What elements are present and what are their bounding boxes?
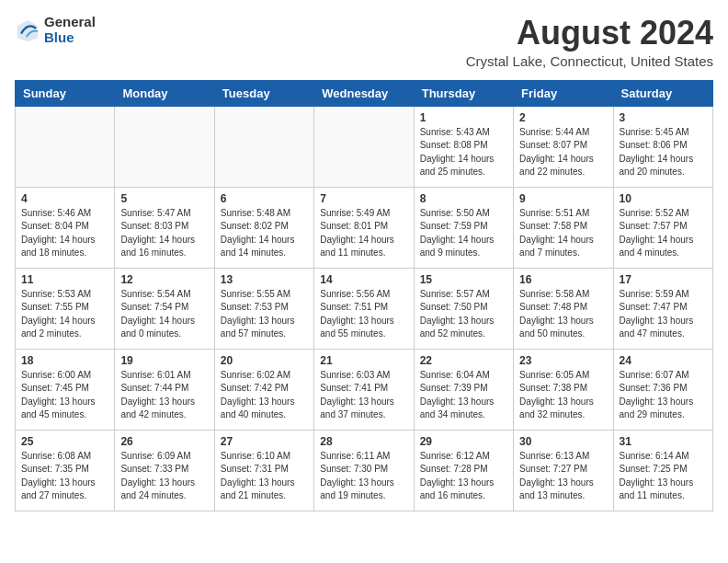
day-info: Sunrise: 6:13 AM Sunset: 7:27 PM Dayligh… <box>519 450 607 503</box>
calendar-cell: 25Sunrise: 6:08 AM Sunset: 7:35 PM Dayli… <box>16 430 115 511</box>
day-info: Sunrise: 5:45 AM Sunset: 8:06 PM Dayligh… <box>620 126 707 179</box>
calendar-cell: 4Sunrise: 5:46 AM Sunset: 8:04 PM Daylig… <box>16 187 115 268</box>
day-number: 11 <box>21 273 108 286</box>
calendar-cell: 13Sunrise: 5:55 AM Sunset: 7:53 PM Dayli… <box>214 268 313 349</box>
calendar-cell: 11Sunrise: 5:53 AM Sunset: 7:55 PM Dayli… <box>16 268 115 349</box>
day-number: 19 <box>120 354 208 367</box>
day-info: Sunrise: 6:10 AM Sunset: 7:31 PM Dayligh… <box>221 450 308 503</box>
day-info: Sunrise: 6:12 AM Sunset: 7:28 PM Dayligh… <box>420 450 507 503</box>
calendar-cell: 19Sunrise: 6:01 AM Sunset: 7:44 PM Dayli… <box>115 349 214 430</box>
calendar-cell: 16Sunrise: 5:58 AM Sunset: 7:48 PM Dayli… <box>514 268 613 349</box>
calendar-cell <box>115 106 214 187</box>
day-number: 6 <box>221 192 308 205</box>
day-number: 25 <box>21 435 108 448</box>
calendar-week-5: 25Sunrise: 6:08 AM Sunset: 7:35 PM Dayli… <box>16 430 713 511</box>
day-info: Sunrise: 5:43 AM Sunset: 8:08 PM Dayligh… <box>420 126 507 179</box>
calendar-cell: 14Sunrise: 5:56 AM Sunset: 7:51 PM Dayli… <box>314 268 414 349</box>
calendar-header-tuesday: Tuesday <box>214 80 313 106</box>
day-info: Sunrise: 6:03 AM Sunset: 7:41 PM Dayligh… <box>320 369 407 422</box>
day-info: Sunrise: 5:54 AM Sunset: 7:54 PM Dayligh… <box>120 288 208 341</box>
day-info: Sunrise: 5:53 AM Sunset: 7:55 PM Dayligh… <box>21 288 108 341</box>
calendar-header-saturday: Saturday <box>613 80 712 106</box>
calendar-cell: 17Sunrise: 5:59 AM Sunset: 7:47 PM Dayli… <box>613 268 712 349</box>
calendar-header-friday: Friday <box>514 80 613 106</box>
calendar-cell <box>214 106 313 187</box>
day-number: 9 <box>519 192 607 205</box>
day-number: 7 <box>320 192 407 205</box>
calendar-cell: 7Sunrise: 5:49 AM Sunset: 8:01 PM Daylig… <box>314 187 414 268</box>
calendar-cell: 2Sunrise: 5:44 AM Sunset: 8:07 PM Daylig… <box>514 106 613 187</box>
day-info: Sunrise: 5:52 AM Sunset: 7:57 PM Dayligh… <box>620 207 707 260</box>
day-info: Sunrise: 6:11 AM Sunset: 7:30 PM Dayligh… <box>320 450 407 503</box>
page-header: General Blue August 2024 Crystal Lake, C… <box>15 15 713 69</box>
day-number: 8 <box>420 192 507 205</box>
day-number: 23 <box>519 354 607 367</box>
day-info: Sunrise: 5:47 AM Sunset: 8:03 PM Dayligh… <box>120 207 208 260</box>
day-number: 24 <box>620 354 707 367</box>
calendar-cell: 6Sunrise: 5:48 AM Sunset: 8:02 PM Daylig… <box>214 187 313 268</box>
calendar-cell: 10Sunrise: 5:52 AM Sunset: 7:57 PM Dayli… <box>613 187 712 268</box>
calendar-header-wednesday: Wednesday <box>314 80 414 106</box>
calendar-cell <box>16 106 115 187</box>
calendar-cell: 8Sunrise: 5:50 AM Sunset: 7:59 PM Daylig… <box>414 187 513 268</box>
calendar-header-monday: Monday <box>115 80 214 106</box>
day-info: Sunrise: 5:58 AM Sunset: 7:48 PM Dayligh… <box>519 288 607 341</box>
day-info: Sunrise: 6:04 AM Sunset: 7:39 PM Dayligh… <box>420 369 507 422</box>
main-title: August 2024 <box>466 15 713 52</box>
calendar-cell: 27Sunrise: 6:10 AM Sunset: 7:31 PM Dayli… <box>214 430 313 511</box>
day-number: 30 <box>519 435 607 448</box>
day-number: 12 <box>120 273 208 286</box>
day-number: 17 <box>620 273 707 286</box>
day-info: Sunrise: 6:05 AM Sunset: 7:38 PM Dayligh… <box>519 369 607 422</box>
day-info: Sunrise: 6:02 AM Sunset: 7:42 PM Dayligh… <box>221 369 308 422</box>
calendar-header-sunday: Sunday <box>16 80 115 106</box>
logo: General Blue <box>15 15 96 45</box>
day-info: Sunrise: 5:57 AM Sunset: 7:50 PM Dayligh… <box>420 288 507 341</box>
calendar-cell: 28Sunrise: 6:11 AM Sunset: 7:30 PM Dayli… <box>314 430 414 511</box>
day-info: Sunrise: 5:50 AM Sunset: 7:59 PM Dayligh… <box>420 207 507 260</box>
day-number: 20 <box>221 354 308 367</box>
subtitle: Crystal Lake, Connecticut, United States <box>466 53 713 69</box>
calendar-cell: 21Sunrise: 6:03 AM Sunset: 7:41 PM Dayli… <box>314 349 414 430</box>
calendar-cell: 1Sunrise: 5:43 AM Sunset: 8:08 PM Daylig… <box>414 106 513 187</box>
day-number: 2 <box>519 111 607 124</box>
day-number: 10 <box>620 192 707 205</box>
title-section: August 2024 Crystal Lake, Connecticut, U… <box>466 15 713 69</box>
day-info: Sunrise: 5:46 AM Sunset: 8:04 PM Dayligh… <box>21 207 108 260</box>
calendar-week-1: 1Sunrise: 5:43 AM Sunset: 8:08 PM Daylig… <box>16 106 713 187</box>
logo-general-text: General <box>44 15 96 30</box>
day-info: Sunrise: 5:59 AM Sunset: 7:47 PM Dayligh… <box>620 288 707 341</box>
day-info: Sunrise: 5:56 AM Sunset: 7:51 PM Dayligh… <box>320 288 407 341</box>
day-info: Sunrise: 5:48 AM Sunset: 8:02 PM Dayligh… <box>221 207 308 260</box>
day-info: Sunrise: 6:09 AM Sunset: 7:33 PM Dayligh… <box>120 450 208 503</box>
day-number: 4 <box>21 192 108 205</box>
day-number: 16 <box>519 273 607 286</box>
calendar-cell: 22Sunrise: 6:04 AM Sunset: 7:39 PM Dayli… <box>414 349 513 430</box>
day-info: Sunrise: 6:08 AM Sunset: 7:35 PM Dayligh… <box>21 450 108 503</box>
logo-blue-text: Blue <box>44 30 96 46</box>
calendar-cell: 23Sunrise: 6:05 AM Sunset: 7:38 PM Dayli… <box>514 349 613 430</box>
day-number: 5 <box>120 192 208 205</box>
day-info: Sunrise: 6:00 AM Sunset: 7:45 PM Dayligh… <box>21 369 108 422</box>
day-info: Sunrise: 6:14 AM Sunset: 7:25 PM Dayligh… <box>620 450 707 503</box>
day-info: Sunrise: 5:51 AM Sunset: 7:58 PM Dayligh… <box>519 207 607 260</box>
day-number: 26 <box>120 435 208 448</box>
day-info: Sunrise: 5:55 AM Sunset: 7:53 PM Dayligh… <box>221 288 308 341</box>
day-info: Sunrise: 5:44 AM Sunset: 8:07 PM Dayligh… <box>519 126 607 179</box>
calendar-week-4: 18Sunrise: 6:00 AM Sunset: 7:45 PM Dayli… <box>16 349 713 430</box>
calendar-cell: 5Sunrise: 5:47 AM Sunset: 8:03 PM Daylig… <box>115 187 214 268</box>
calendar-cell: 15Sunrise: 5:57 AM Sunset: 7:50 PM Dayli… <box>414 268 513 349</box>
calendar-header-row: SundayMondayTuesdayWednesdayThursdayFrid… <box>16 80 713 106</box>
calendar-cell: 30Sunrise: 6:13 AM Sunset: 7:27 PM Dayli… <box>514 430 613 511</box>
logo-icon <box>15 17 40 43</box>
day-number: 27 <box>221 435 308 448</box>
calendar-week-3: 11Sunrise: 5:53 AM Sunset: 7:55 PM Dayli… <box>16 268 713 349</box>
calendar-cell: 3Sunrise: 5:45 AM Sunset: 8:06 PM Daylig… <box>613 106 712 187</box>
day-number: 3 <box>620 111 707 124</box>
logo-text: General Blue <box>44 15 96 45</box>
calendar-cell: 29Sunrise: 6:12 AM Sunset: 7:28 PM Dayli… <box>414 430 513 511</box>
calendar-cell <box>314 106 414 187</box>
day-info: Sunrise: 6:07 AM Sunset: 7:36 PM Dayligh… <box>620 369 707 422</box>
day-info: Sunrise: 6:01 AM Sunset: 7:44 PM Dayligh… <box>120 369 208 422</box>
day-number: 21 <box>320 354 407 367</box>
